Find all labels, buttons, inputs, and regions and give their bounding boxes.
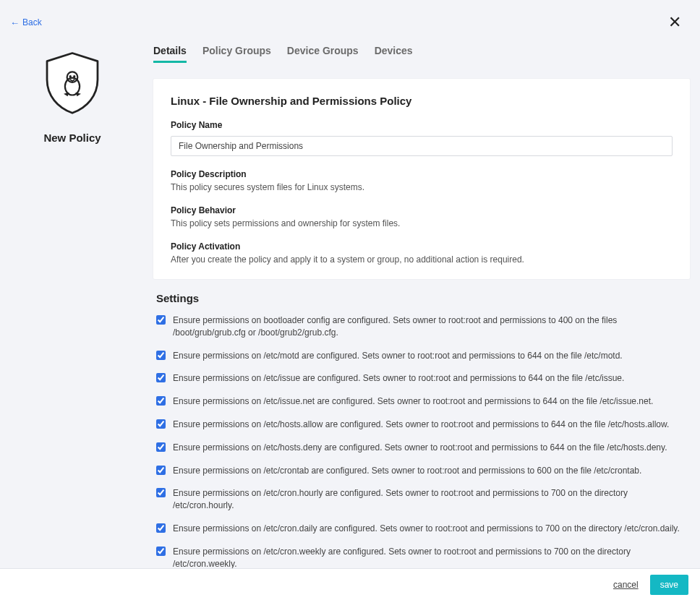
details-panel: Linux - File Ownership and Permissions P… <box>153 79 690 279</box>
policy-behavior-label: Policy Behavior <box>171 205 673 215</box>
setting-checkbox[interactable] <box>156 523 166 533</box>
setting-row: Ensure permissions on /etc/crontab are c… <box>156 465 687 477</box>
setting-checkbox[interactable] <box>156 488 166 497</box>
back-label: Back <box>22 17 42 27</box>
shield-linux-icon <box>39 49 106 116</box>
settings-block: Settings Ensure permissions on bootloade… <box>153 292 690 574</box>
setting-label: Ensure permissions on /etc/hosts.deny ar… <box>173 442 667 454</box>
setting-checkbox[interactable] <box>156 351 166 360</box>
setting-checkbox[interactable] <box>156 396 166 406</box>
setting-row: Ensure permissions on /etc/cron.hourly a… <box>156 487 687 512</box>
svg-point-3 <box>73 75 75 77</box>
back-link[interactable]: ← Back <box>10 17 42 27</box>
setting-label: Ensure permissions on bootloader config … <box>173 314 687 339</box>
policy-title: New Policy <box>43 132 101 144</box>
setting-row: Ensure permissions on bootloader config … <box>156 314 687 339</box>
tab-devices[interactable]: Devices <box>375 45 413 63</box>
close-button[interactable]: ✕ <box>664 13 686 32</box>
policy-activation-text: After you create the policy and apply it… <box>171 254 673 265</box>
setting-label: Ensure permissions on /etc/cron.daily ar… <box>173 523 680 535</box>
policy-description-text: This policy secures system files for Lin… <box>171 182 673 192</box>
policy-name-label: Policy Name <box>171 120 673 130</box>
setting-row: Ensure permissions on /etc/hosts.deny ar… <box>156 442 687 454</box>
tab-device-groups[interactable]: Device Groups <box>287 45 359 63</box>
policy-behavior-text: This policy sets permissions and ownersh… <box>171 218 673 228</box>
setting-checkbox[interactable] <box>156 315 166 325</box>
setting-label: Ensure permissions on /etc/issue.net are… <box>173 395 653 408</box>
setting-row: Ensure permissions on /etc/cron.weekly a… <box>156 546 687 570</box>
setting-checkbox[interactable] <box>156 547 166 556</box>
footer-bar: cancel save <box>0 568 700 600</box>
setting-label: Ensure permissions on /etc/crontab are c… <box>173 465 641 477</box>
setting-label: Ensure permissions on /etc/cron.weekly a… <box>173 546 687 570</box>
cancel-button[interactable]: cancel <box>613 580 639 590</box>
save-button[interactable]: save <box>650 575 688 595</box>
setting-row: Ensure permissions on /etc/motd are conf… <box>156 350 687 362</box>
policy-activation-label: Policy Activation <box>171 241 673 252</box>
setting-label: Ensure permissions on /etc/issue are con… <box>173 372 624 385</box>
panel-heading: Linux - File Ownership and Permissions P… <box>171 95 673 107</box>
setting-row: Ensure permissions on /etc/hosts.allow a… <box>156 419 687 431</box>
close-icon: ✕ <box>668 13 681 31</box>
policy-description-label: Policy Description <box>171 169 673 179</box>
settings-heading: Settings <box>156 292 687 304</box>
arrow-left-icon: ← <box>10 18 20 27</box>
svg-point-2 <box>69 75 72 77</box>
setting-checkbox[interactable] <box>156 419 166 429</box>
setting-label: Ensure permissions on /etc/motd are conf… <box>173 350 623 362</box>
sidebar: New Policy <box>0 32 145 574</box>
policy-name-input[interactable] <box>171 136 673 156</box>
setting-label: Ensure permissions on /etc/cron.hourly a… <box>173 487 687 512</box>
setting-row: Ensure permissions on /etc/issue.net are… <box>156 395 687 408</box>
setting-checkbox[interactable] <box>156 442 166 452</box>
setting-row: Ensure permissions on /etc/cron.daily ar… <box>156 523 687 535</box>
tab-policy-groups[interactable]: Policy Groups <box>202 45 271 63</box>
tab-details[interactable]: Details <box>153 45 187 63</box>
setting-row: Ensure permissions on /etc/issue are con… <box>156 372 687 385</box>
setting-checkbox[interactable] <box>156 466 166 475</box>
setting-checkbox[interactable] <box>156 373 166 382</box>
setting-label: Ensure permissions on /etc/hosts.allow a… <box>173 419 669 431</box>
